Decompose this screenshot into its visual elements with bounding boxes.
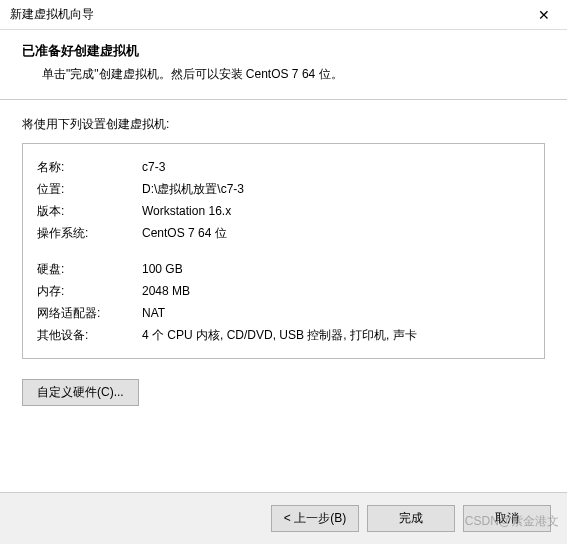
label-memory: 内存: [37, 280, 142, 302]
row-disk: 硬盘: 100 GB [37, 258, 530, 280]
config-summary: 名称: c7-3 位置: D:\虚拟机放置\c7-3 版本: Workstati… [22, 143, 545, 359]
close-icon[interactable]: ✕ [529, 5, 559, 25]
label-os: 操作系统: [37, 222, 142, 244]
label-version: 版本: [37, 200, 142, 222]
row-os: 操作系统: CentOS 7 64 位 [37, 222, 530, 244]
wizard-header: 已准备好创建虚拟机 单击"完成"创建虚拟机。然后可以安装 CentOS 7 64… [0, 30, 567, 99]
label-disk: 硬盘: [37, 258, 142, 280]
customize-hardware-button[interactable]: 自定义硬件(C)... [22, 379, 139, 406]
label-name: 名称: [37, 156, 142, 178]
row-other: 其他设备: 4 个 CPU 内核, CD/DVD, USB 控制器, 打印机, … [37, 324, 530, 346]
page-subtitle: 单击"完成"创建虚拟机。然后可以安装 CentOS 7 64 位。 [22, 66, 545, 83]
cancel-button[interactable]: 取消 [463, 505, 551, 532]
value-network: NAT [142, 302, 530, 324]
value-version: Workstation 16.x [142, 200, 530, 222]
value-location: D:\虚拟机放置\c7-3 [142, 178, 530, 200]
value-os: CentOS 7 64 位 [142, 222, 530, 244]
finish-button[interactable]: 完成 [367, 505, 455, 532]
value-memory: 2048 MB [142, 280, 530, 302]
page-heading: 已准备好创建虚拟机 [22, 42, 545, 60]
wizard-footer: < 上一步(B) 完成 取消 [0, 492, 567, 544]
row-location: 位置: D:\虚拟机放置\c7-3 [37, 178, 530, 200]
lead-text: 将使用下列设置创建虚拟机: [22, 116, 545, 133]
label-other: 其他设备: [37, 324, 142, 346]
row-network: 网络适配器: NAT [37, 302, 530, 324]
value-disk: 100 GB [142, 258, 530, 280]
titlebar: 新建虚拟机向导 ✕ [0, 0, 567, 30]
row-version: 版本: Workstation 16.x [37, 200, 530, 222]
row-memory: 内存: 2048 MB [37, 280, 530, 302]
label-location: 位置: [37, 178, 142, 200]
window-title: 新建虚拟机向导 [10, 6, 94, 23]
wizard-body: 将使用下列设置创建虚拟机: 名称: c7-3 位置: D:\虚拟机放置\c7-3… [0, 100, 567, 416]
label-network: 网络适配器: [37, 302, 142, 324]
value-name: c7-3 [142, 156, 530, 178]
row-name: 名称: c7-3 [37, 156, 530, 178]
back-button[interactable]: < 上一步(B) [271, 505, 359, 532]
value-other: 4 个 CPU 内核, CD/DVD, USB 控制器, 打印机, 声卡 [142, 324, 530, 346]
